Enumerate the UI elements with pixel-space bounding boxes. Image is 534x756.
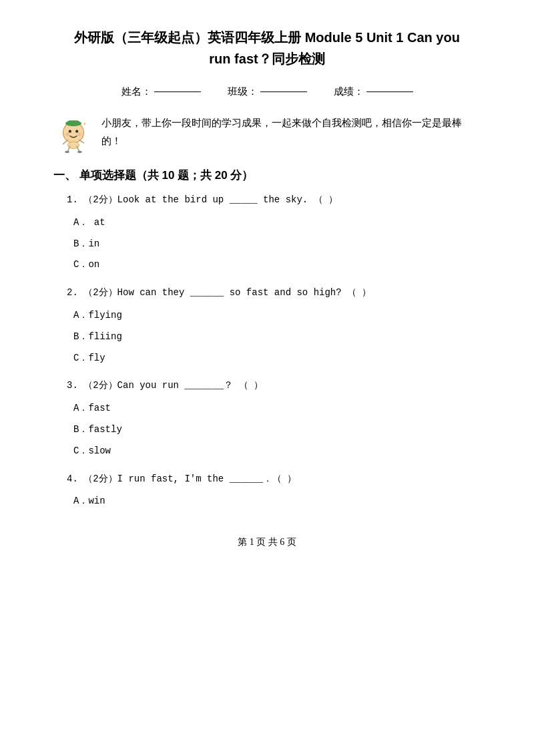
question-1-option-2: B．in [67,236,481,252]
svg-point-11 [77,151,82,153]
class-field: 班级： [228,85,307,98]
question-4-text: 4. （2分）I run fast, I'm the ______．（ ） [67,471,481,488]
question-2-option-2: B．fliing [67,329,481,345]
svg-point-10 [65,151,69,153]
question-2-text: 2. （2分）How can they ______ so fast and s… [67,285,481,301]
intro-section: ✦ 小朋友，带上你一段时间的学习成果，一起来做个自我检测吧，相信你一定是最棒的！ [53,114,481,154]
question-1-text: 1. （2分）Look at the bird up _____ the sky… [67,192,481,208]
svg-point-3 [69,130,71,133]
score-label: 成绩： [334,85,364,98]
score-underline [366,91,413,92]
section1-title: 一、 单项选择题（共 10 题；共 20 分） [53,168,481,183]
name-label: 姓名： [121,85,152,98]
svg-line-12 [63,140,68,144]
intro-text: 小朋友，带上你一段时间的学习成果，一起来做个自我检测吧，相信你一定是最棒的！ [101,114,481,150]
question-2-option-1: A．flying [67,308,481,324]
question-3-option-3: C．slow [67,443,481,459]
questions-container: 1. （2分）Look at the bird up _____ the sky… [53,192,481,510]
question-1: 1. （2分）Look at the bird up _____ the sky… [53,192,481,273]
svg-point-5 [66,132,69,136]
page-footer: 第 1 页 共 6 页 [53,536,481,548]
score-field: 成绩： [334,85,413,98]
class-label: 班级： [228,85,258,98]
main-title: 外研版（三年级起点）英语四年级上册 Module 5 Unit 1 Can yo… [53,27,481,69]
name-field: 姓名： [121,85,201,98]
question-4: 4. （2分）I run fast, I'm the ______．（ ）A．w… [53,471,481,510]
name-underline [154,91,201,92]
svg-point-4 [75,130,78,133]
form-row: 姓名： 班级： 成绩： [53,85,481,98]
question-1-option-1: A． at [67,215,481,231]
svg-line-13 [79,140,84,143]
question-3-text: 3. （2分）Can you run _______？ （ ） [67,378,481,394]
class-underline [260,91,307,92]
question-1-option-3: C．on [67,257,481,273]
question-3-option-1: A．fast [67,401,481,417]
question-3: 3. （2分）Can you run _______？ （ ）A．fastB．f… [53,378,481,459]
svg-text:✦: ✦ [83,122,87,126]
svg-point-6 [77,132,81,136]
svg-rect-2 [67,120,79,125]
title-section: 外研版（三年级起点）英语四年级上册 Module 5 Unit 1 Can yo… [53,27,481,69]
question-2-option-3: C．fly [67,351,481,367]
question-3-option-2: B．fastly [67,422,481,438]
mascot-icon: ✦ [53,114,93,154]
question-4-option-1: A．win [67,494,481,510]
question-2: 2. （2分）How can they ______ so fast and s… [53,285,481,366]
